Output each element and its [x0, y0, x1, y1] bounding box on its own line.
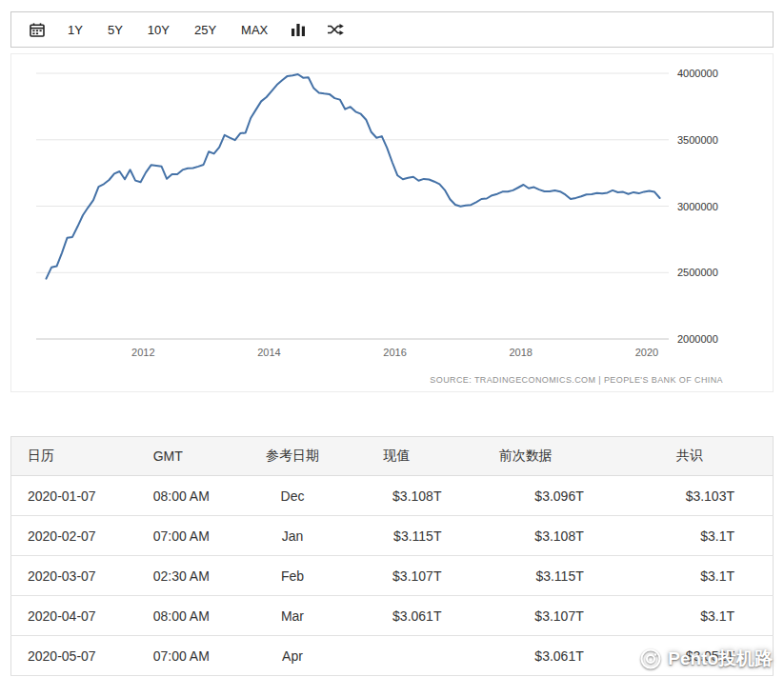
table-cell [336, 636, 479, 676]
calendar-button[interactable] [19, 15, 55, 45]
table-row[interactable]: 2020-05-0707:00 AMApr$3.061T$3.052T [11, 636, 774, 676]
table-header-cell: 参考日期 [249, 437, 336, 476]
table-cell: $3.061T [479, 636, 621, 676]
calendar-icon [30, 23, 45, 37]
x-axis-tick-label: 2012 [131, 347, 154, 358]
table-cell: $3.108T [336, 476, 479, 516]
page: 1Y 5Y 10Y 25Y MAX 2000000250000030000003… [0, 0, 784, 676]
line-chart[interactable]: 2000000250000030000003500000400000020122… [11, 54, 773, 368]
table-header-cell: 现值 [336, 437, 479, 476]
range-button-1y[interactable]: 1Y [55, 16, 95, 44]
table-cell: $3.115T [479, 556, 621, 596]
table-cell: $3.1T [622, 556, 774, 596]
table-cell: $3.1T [622, 516, 774, 556]
table-cell: $3.1T [622, 596, 774, 636]
table-header: 日历GMT参考日期现值前次数据共识 [11, 437, 774, 476]
calendar-table: 日历GMT参考日期现值前次数据共识 2020-01-0708:00 AMDec$… [10, 436, 774, 676]
x-axis-tick-label: 2020 [635, 347, 658, 358]
y-axis-tick-label: 3500000 [677, 134, 718, 146]
table-cell: Mar [249, 596, 336, 636]
table-cell: $3.107T [479, 596, 621, 636]
table-header-cell: 日历 [11, 437, 137, 476]
bar-chart-icon [291, 23, 306, 36]
data-series-line [47, 74, 660, 279]
table-cell: Feb [249, 556, 336, 596]
table-cell: $3.108T [479, 516, 621, 556]
table-cell: 2020-04-07 [11, 596, 137, 636]
table-cell: 2020-03-07 [11, 556, 137, 596]
table-cell: Dec [249, 476, 336, 516]
range-button-5y[interactable]: 5Y [95, 16, 135, 44]
chart-container: 2000000250000030000003500000400000020122… [10, 53, 774, 392]
bar-chart-button[interactable] [280, 15, 316, 44]
y-axis-tick-label: 2500000 [677, 267, 718, 278]
range-button-max[interactable]: MAX [229, 16, 280, 44]
table-cell: 2020-01-07 [11, 476, 137, 516]
table-row[interactable]: 2020-03-0702:30 AMFeb$3.107T$3.115T$3.1T [11, 556, 774, 596]
range-button-10y[interactable]: 10Y [135, 16, 182, 44]
table-cell: 07:00 AM [137, 636, 249, 676]
table-header-cell: 前次数据 [479, 437, 621, 476]
table-cell: $3.096T [479, 476, 621, 516]
table-cell: Apr [249, 636, 336, 676]
table-cell: $3.052T [622, 636, 774, 676]
compare-button[interactable] [316, 15, 354, 44]
table-cell: $3.103T [622, 476, 774, 516]
y-axis-tick-label: 3000000 [677, 201, 718, 212]
table-cell: $3.061T [336, 596, 479, 636]
table-cell: Jan [249, 516, 336, 556]
chart-toolbar: 1Y 5Y 10Y 25Y MAX [10, 11, 774, 48]
table-cell: 2020-05-07 [11, 636, 137, 676]
chart-source: SOURCE: TRADINGECONOMICS.COM | PEOPLE'S … [430, 375, 723, 385]
table-row[interactable]: 2020-04-0708:00 AMMar$3.061T$3.107T$3.1T [11, 596, 774, 636]
x-axis-tick-label: 2018 [509, 347, 532, 358]
table-cell: 08:00 AM [137, 596, 249, 636]
table-cell: $3.115T [336, 516, 479, 556]
shuffle-icon [327, 23, 344, 36]
x-axis-tick-label: 2016 [383, 347, 406, 358]
table-header-cell: 共识 [622, 437, 774, 476]
x-axis-tick-label: 2014 [257, 347, 280, 358]
table-header-cell: GMT [137, 437, 249, 476]
table-cell: 02:30 AM [137, 556, 249, 596]
table-cell: 08:00 AM [137, 476, 249, 516]
table-cell: 2020-02-07 [11, 516, 137, 556]
table-row[interactable]: 2020-01-0708:00 AMDec$3.108T$3.096T$3.10… [11, 476, 774, 516]
range-button-25y[interactable]: 25Y [182, 16, 229, 44]
y-axis-tick-label: 2000000 [677, 333, 718, 345]
table-cell: $3.107T [336, 556, 479, 596]
table-cell: 07:00 AM [137, 516, 249, 556]
y-axis-tick-label: 4000000 [677, 68, 718, 79]
table-row[interactable]: 2020-02-0707:00 AMJan$3.115T$3.108T$3.1T [11, 516, 774, 556]
